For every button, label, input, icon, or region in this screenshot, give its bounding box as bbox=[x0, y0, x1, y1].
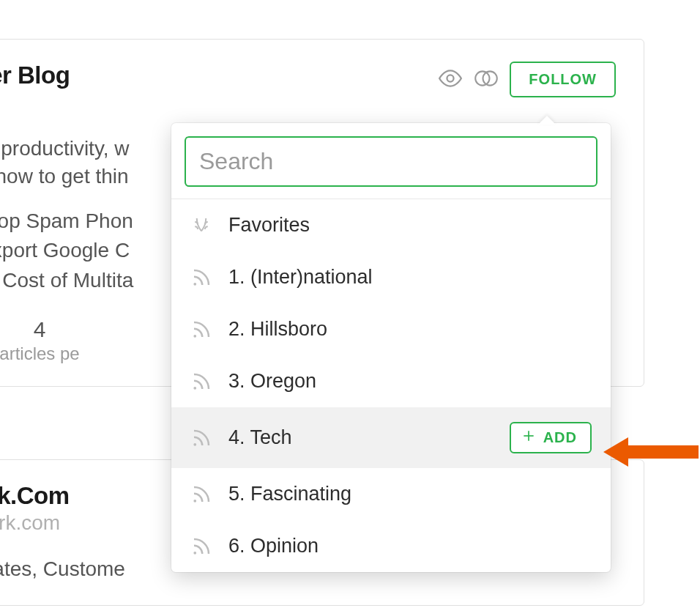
search-wrap bbox=[171, 123, 611, 199]
feed-item-label: 5. Fascinating bbox=[228, 483, 592, 505]
svg-marker-11 bbox=[603, 437, 699, 467]
add-button-label: ADD bbox=[543, 429, 577, 446]
follow-feed-dropdown: Favorites 1. (Inter)national 2. Hill bbox=[171, 123, 611, 572]
feed-item-international[interactable]: 1. (Inter)national bbox=[171, 251, 611, 303]
follow-button[interactable]: FOLLOW bbox=[510, 62, 616, 97]
stat-number: 4 bbox=[0, 317, 124, 342]
rss-icon bbox=[190, 535, 212, 557]
title-block: apier Blog om bbox=[0, 62, 438, 114]
svg-point-0 bbox=[447, 75, 454, 81]
rss-icon bbox=[190, 371, 212, 393]
rss-icon bbox=[190, 267, 212, 289]
overlap-circles-icon[interactable] bbox=[473, 66, 499, 94]
card-header: apier Blog om FOLLOW bbox=[0, 62, 616, 114]
feed-item-oregon[interactable]: 3. Oregon bbox=[171, 355, 611, 407]
plus-icon bbox=[521, 429, 536, 447]
blog-domain: om bbox=[0, 91, 438, 114]
search-input[interactable] bbox=[185, 136, 597, 187]
annotation-arrow bbox=[603, 434, 699, 472]
feed-item-hillsboro[interactable]: 2. Hillsboro bbox=[171, 303, 611, 355]
svg-point-3 bbox=[193, 282, 196, 285]
svg-point-9 bbox=[193, 499, 196, 502]
feed-item-label: 2. Hillsboro bbox=[228, 318, 592, 341]
feed-item-label: 4. Tech bbox=[228, 426, 494, 449]
svg-point-5 bbox=[193, 386, 196, 389]
feed-item-label: 6. Opinion bbox=[228, 535, 592, 557]
svg-point-10 bbox=[193, 551, 196, 554]
feed-item-tech[interactable]: 4. Tech ADD bbox=[171, 407, 611, 468]
feed-item-favorites[interactable]: Favorites bbox=[171, 199, 611, 251]
stat-label: articles pe bbox=[0, 344, 124, 364]
feed-list: Favorites 1. (Inter)national 2. Hill bbox=[171, 199, 611, 572]
svg-point-6 bbox=[193, 442, 196, 445]
feed-item-label: 1. (Inter)national bbox=[228, 266, 592, 289]
blog-title: apier Blog bbox=[0, 62, 438, 89]
header-actions: FOLLOW bbox=[438, 62, 616, 97]
eye-icon[interactable] bbox=[438, 66, 463, 94]
rss-icon bbox=[190, 427, 212, 449]
stat-block: 4 articles pe bbox=[0, 317, 124, 364]
laurel-icon bbox=[190, 215, 212, 237]
svg-point-4 bbox=[193, 334, 196, 337]
feed-item-fascinating[interactable]: 5. Fascinating bbox=[171, 468, 611, 520]
add-button[interactable]: ADD bbox=[510, 422, 592, 453]
rss-icon bbox=[190, 483, 212, 505]
feed-item-opinion[interactable]: 6. Opinion bbox=[171, 520, 611, 572]
rss-icon bbox=[190, 319, 212, 341]
feed-item-label: Favorites bbox=[228, 214, 592, 237]
feed-item-label: 3. Oregon bbox=[228, 370, 592, 393]
